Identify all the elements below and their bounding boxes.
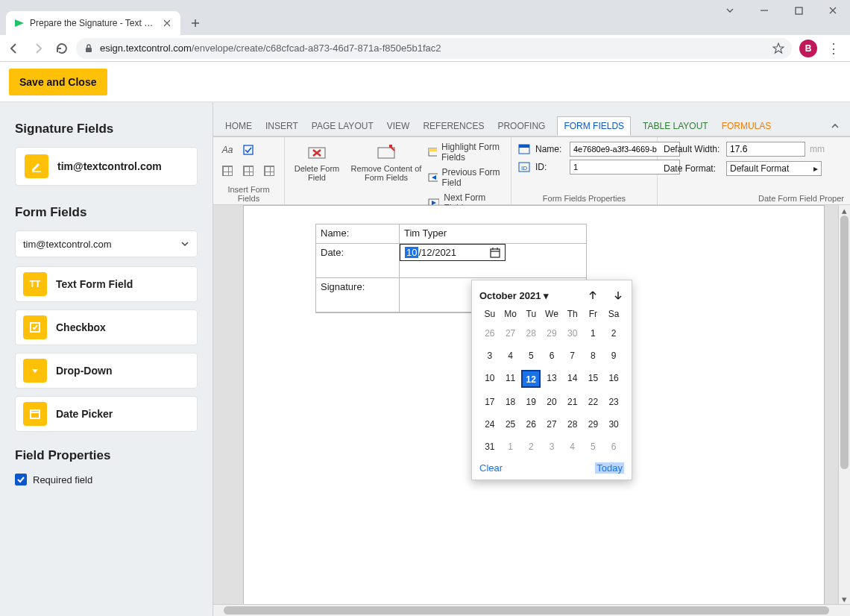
tab-home[interactable]: HOME	[224, 117, 254, 135]
calendar-day[interactable]: 12	[521, 370, 541, 388]
delete-form-field-button[interactable]: Delete Form Field	[291, 142, 343, 182]
calendar-day[interactable]: 6	[604, 439, 623, 455]
address-bar[interactable]: esign.textcontrol.com/envelope/create/c6…	[76, 38, 792, 59]
calendar-day[interactable]: 22	[583, 394, 602, 410]
calendar-day[interactable]: 20	[542, 394, 561, 410]
field-date-picker[interactable]: Date Picker	[15, 396, 198, 432]
prev-month-icon[interactable]	[587, 289, 599, 301]
month-selector[interactable]: October 2021 ▾	[479, 290, 549, 301]
calendar-day[interactable]: 3	[480, 348, 500, 364]
window-close-icon[interactable]	[816, 0, 850, 21]
calendar-day[interactable]: 4	[501, 348, 520, 364]
doc-name-value[interactable]: Tim Typer	[400, 224, 586, 243]
calendar-day[interactable]: 3	[542, 439, 561, 455]
calendar-day[interactable]: 21	[563, 394, 582, 410]
save-and-close-button[interactable]: Save and Close	[9, 69, 107, 95]
scroll-up-icon[interactable]: ▴	[839, 205, 850, 216]
previous-form-field-button[interactable]: Previous Form Field	[428, 167, 505, 188]
calendar-day[interactable]: 6	[542, 348, 561, 364]
bookmark-star-icon[interactable]	[772, 43, 784, 54]
calendar-day[interactable]: 26	[521, 416, 541, 433]
calendar-day[interactable]: 13	[542, 370, 561, 386]
calendar-day[interactable]: 16	[604, 370, 623, 386]
field-checkbox[interactable]: Checkbox	[15, 309, 198, 345]
calendar-day[interactable]: 19	[521, 394, 541, 410]
calendar-day[interactable]: 31	[480, 439, 500, 455]
horizontal-scrollbar[interactable]	[213, 604, 850, 616]
tab-close-icon[interactable]	[161, 17, 173, 29]
calendar-day[interactable]: 5	[521, 348, 541, 364]
tab-proofing[interactable]: PROOFING	[496, 117, 547, 135]
calendar-day[interactable]: 29	[583, 416, 602, 433]
calendar-day[interactable]: 26	[480, 325, 500, 342]
calendar-day[interactable]: 17	[480, 394, 500, 410]
scroll-down-icon[interactable]: ▾	[839, 594, 850, 604]
calendar-day[interactable]: 24	[480, 416, 500, 433]
required-checkbox[interactable]	[15, 474, 27, 485]
tab-formulas[interactable]: FORMULAS	[720, 117, 773, 135]
calendar-day[interactable]: 18	[501, 394, 520, 410]
calendar-day[interactable]: 14	[563, 370, 582, 386]
tab-page-layout[interactable]: PAGE LAYOUT	[310, 117, 375, 135]
calendar-day[interactable]: 27	[542, 416, 561, 433]
browser-menu-icon[interactable]: ⋮	[825, 40, 843, 57]
tab-form-fields[interactable]: FORM FIELDS	[557, 116, 631, 136]
calendar-day[interactable]: 25	[501, 416, 520, 433]
insert-combo-icon[interactable]	[219, 163, 236, 179]
new-tab-button[interactable]	[185, 13, 206, 34]
default-width-input[interactable]	[726, 142, 805, 157]
datepicker-clear[interactable]: Clear	[479, 462, 503, 474]
calendar-day[interactable]: 30	[604, 416, 623, 433]
calendar-day[interactable]: 28	[563, 416, 582, 433]
insert-text-field-icon[interactable]: Aa	[219, 142, 236, 158]
calendar-day[interactable]: 1	[583, 325, 602, 342]
calendar-day[interactable]: 28	[521, 325, 541, 342]
calendar-day[interactable]: 30	[563, 325, 582, 342]
vertical-scroll-thumb[interactable]	[840, 216, 849, 469]
vertical-scrollbar[interactable]: ▴ ▾	[838, 205, 850, 604]
calendar-day[interactable]: 8	[583, 348, 602, 364]
signature-field-chip[interactable]: tim@textcontrol.com	[15, 147, 198, 186]
date-format-select[interactable]: Default Format ▸	[726, 161, 822, 176]
calendar-day[interactable]: 27	[501, 325, 520, 342]
signer-select[interactable]: tim@textcontrol.com	[15, 230, 198, 257]
tab-references[interactable]: REFERENCES	[421, 117, 485, 135]
horizontal-scroll-thumb[interactable]	[224, 606, 829, 615]
calendar-day[interactable]: 7	[563, 348, 582, 364]
calendar-day[interactable]: 1	[501, 439, 520, 455]
reload-icon[interactable]	[55, 42, 69, 55]
profile-avatar[interactable]: B	[799, 40, 817, 57]
window-minimize-icon[interactable]	[747, 0, 781, 21]
back-icon[interactable]	[7, 42, 21, 55]
calendar-day[interactable]: 2	[604, 325, 623, 342]
signature-icon	[25, 154, 48, 178]
field-text-form-field[interactable]: TT Text Form Field	[15, 266, 198, 302]
calendar-day[interactable]: 10	[480, 370, 500, 386]
insert-date-icon[interactable]	[261, 163, 277, 179]
calendar-day[interactable]: 5	[583, 439, 602, 455]
calendar-day[interactable]: 4	[563, 439, 582, 455]
calendar-icon[interactable]	[490, 248, 500, 258]
calendar-day[interactable]: 11	[501, 370, 520, 386]
tab-table-layout[interactable]: TABLE LAYOUT	[641, 117, 710, 135]
insert-list-icon[interactable]	[240, 163, 256, 179]
browser-tab[interactable]: Prepare the Signature - Text Con	[6, 11, 180, 35]
insert-checkbox-icon[interactable]	[240, 142, 256, 158]
calendar-day[interactable]: 23	[604, 394, 623, 410]
next-month-icon[interactable]	[612, 289, 624, 301]
prop-name-label: Name:	[535, 144, 565, 154]
window-dropdown-icon[interactable]	[713, 0, 747, 21]
highlight-form-fields-button[interactable]: Highlight Form Fields	[428, 142, 505, 163]
calendar-day[interactable]: 2	[521, 439, 541, 455]
collapse-ribbon-icon[interactable]	[831, 122, 840, 131]
tab-insert[interactable]: INSERT	[264, 117, 300, 135]
tab-view[interactable]: VIEW	[385, 117, 412, 135]
window-maximize-icon[interactable]	[781, 0, 816, 21]
calendar-day[interactable]: 15	[583, 370, 602, 386]
datepicker-today[interactable]: Today	[595, 462, 624, 474]
doc-date-input[interactable]: 10/12/2021	[400, 244, 506, 261]
calendar-day[interactable]: 29	[542, 325, 561, 342]
calendar-day[interactable]: 9	[604, 348, 623, 364]
remove-content-button[interactable]: Remove Content of Form Fields	[350, 142, 422, 182]
field-dropdown[interactable]: Drop-Down	[15, 353, 198, 389]
